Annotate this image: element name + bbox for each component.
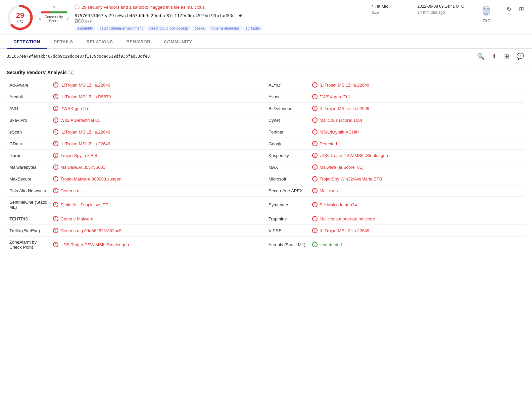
tag-item[interactable]: spreader [243, 25, 263, 31]
detection-cell-right: ! Malicious.moderate.ml.score [309, 213, 525, 225]
tab-relations[interactable]: RELATIONS [80, 36, 120, 49]
vendor-name-left: Ad-Aware [7, 79, 50, 91]
detection-name-left: UDS:Trojan-PSW.MSIL.Stealer.gen [60, 242, 129, 247]
svg-point-5 [486, 10, 487, 11]
detect-icon-left: ! [53, 164, 58, 170]
detect-icon-left: ! [53, 188, 58, 193]
share-button[interactable]: ⊞ [518, 4, 525, 14]
detection-name-left: PWSX-gen [Trj] [60, 106, 91, 111]
vendor-name-left: AVG [7, 103, 50, 114]
secondary-actions: 🔍 ⬆ ⊞ 💬 [476, 51, 525, 61]
secondary-hash: 351067ea79fe0acb467ddb9c29ddce87f1179c0d… [7, 54, 150, 59]
detection-cell-left: ! IL:Trojan.MSILZilla.22649 [50, 126, 266, 138]
detection-name-right: Malicious (score: 100) [320, 118, 362, 123]
community-bar-positive [50, 11, 67, 13]
detection-cell-right: ! Scr.Malcode!gdn34 [309, 197, 525, 213]
detect-icon-right: ! [312, 117, 318, 123]
detection-cell-right: ! Malicious (score: 100) [309, 114, 525, 126]
detection-cell-left: ! Generic.ml [50, 185, 266, 197]
detection-name-right: MSIL/Kryptik.AGIJltr [320, 130, 359, 135]
tag-item[interactable]: peexe [192, 25, 207, 31]
upload-button[interactable]: ⬆ [490, 51, 498, 61]
vendor-name-left: Bkav Pro [7, 114, 50, 126]
community-dislike-icon[interactable]: ✕ [38, 16, 42, 21]
alert-banner: ⓘ 29 security vendors and 1 sandbox flag… [75, 4, 360, 10]
detection-name-right: IL:Trojan.MSILZilla.22649 [320, 83, 369, 88]
vendor-name-left: SentinelOne (Static ML) [7, 197, 50, 213]
tag-item[interactable]: direct-cpu-clock-access [147, 25, 191, 31]
community-label: Community Score [44, 15, 63, 23]
detect-icon-right: ! [312, 129, 318, 135]
file-ext-label: EXE [483, 19, 490, 23]
search-button[interactable]: 🔍 [476, 51, 486, 61]
tab-behavior[interactable]: BEHAVIOR [119, 36, 157, 49]
detection-name-right: Scr.Malcode!gdn34 [320, 202, 357, 207]
file-icon-area: EXE [476, 4, 496, 23]
detection-name-left: IL:Trojan.MSILZilla.D5879 [60, 94, 111, 99]
detection-cell-left: ! Malware.AI.355756001 [50, 161, 266, 173]
svg-rect-7 [483, 12, 490, 14]
comment-button[interactable]: 💬 [515, 51, 525, 61]
detect-icon-left: ! [53, 153, 58, 158]
tag-item[interactable]: assembly [75, 25, 95, 31]
vendor-name-left: Palo Alto Networks [7, 185, 50, 197]
vendor-name-right: ALYac [266, 79, 309, 91]
detection-name-right: Detected [320, 141, 337, 146]
tag-item[interactable]: detect-debug-environment [97, 25, 145, 31]
section-info-icon[interactable]: i [69, 70, 74, 75]
grid-button[interactable]: ⊞ [503, 51, 511, 61]
tag-item[interactable]: runtime-modules [209, 25, 242, 31]
community-like-icon[interactable]: ✓ [66, 16, 70, 22]
vendor-name-right: Trapmine [266, 213, 309, 225]
community-score-area: ? ✕ Community Score ✓ [39, 4, 69, 23]
tabs-bar: DETECTIONDETAILSRELATIONSBEHAVIORCOMMUNI… [0, 36, 532, 49]
detection-name-left: W32.AIDetectNet.01 [60, 118, 100, 123]
tab-details[interactable]: DETAILS [47, 36, 80, 49]
vendor-name-left: eScan [7, 126, 50, 138]
table-row: Bkav Pro ! W32.AIDetectNet.01 Cynet ! Ma… [7, 114, 525, 126]
detection-cell-right: ! IL:Trojan.MSILZilla.22649 [309, 103, 525, 114]
refresh-button[interactable]: ↻ [505, 4, 513, 14]
detection-name-right: UDS:Trojan-PSW.MSIL.Stealer.gen [320, 153, 388, 158]
header-actions: ↻ ⊞ [502, 4, 525, 14]
detection-name-left: Malware.AI.355756001 [60, 165, 105, 170]
detect-icon-left: ! [53, 141, 58, 146]
section-title: Security Vendors' Analysis i [7, 70, 525, 75]
detection-cell-right: ! Malicious [309, 185, 525, 197]
detection-name-left: IL:Trojan.MSILZilla.22649 [60, 83, 110, 88]
vendor-name-left: Arcabit [7, 91, 50, 103]
detection-cell-left: ! IL:Trojan.MSILZilla.22649 [50, 79, 266, 91]
vendor-name-right: MAX [266, 161, 309, 173]
detect-icon-right: ! [312, 228, 318, 233]
vendors-table: Ad-Aware ! IL:Trojan.MSILZilla.22649 ALY… [7, 79, 525, 253]
detection-name-left: Trojan.Malware.300983.susgen [60, 176, 122, 182]
tab-detection[interactable]: DETECTION [7, 36, 47, 49]
detection-cell-left: ! Generic.mg.69d86282fe302bc5 [50, 225, 266, 237]
alert-circle-icon: ⓘ [75, 4, 80, 10]
detection-name-left: Trojan-Spy.LokiBot [60, 153, 97, 158]
detection-name-left: Generic.mg.69d86282fe302bc5 [60, 228, 122, 233]
detect-icon-right: ! [312, 94, 318, 99]
detection-name-right: Malicious.moderate.ml.score [320, 216, 375, 221]
detect-icon-right: ✓ [312, 242, 318, 247]
detect-icon-left: ! [53, 242, 58, 247]
vendor-name-right: Cynet [266, 114, 309, 126]
detection-name-left: Generic.ml [60, 188, 82, 193]
table-row: Ad-Aware ! IL:Trojan.MSILZilla.22649 ALY… [7, 79, 525, 91]
table-row: AVG ! PWSX-gen [Trj] BitDefender ! IL:Tr… [7, 103, 525, 114]
tags-container: assemblydetect-debug-environmentdirect-c… [75, 25, 360, 31]
detect-icon-right: ! [312, 106, 318, 111]
detect-icon-left: ! [53, 106, 58, 111]
detection-cell-right: ! PWSX-gen [Trj] [309, 91, 525, 103]
file-size-label: Size [372, 10, 379, 14]
file-meta: 1.08 MB Size [365, 4, 405, 14]
section-title-text: Security Vendors' Analysis [7, 70, 67, 75]
file-hash[interactable]: 87576351067ea79fe0acb467ddb9c29ddce87f11… [75, 13, 360, 18]
tab-community[interactable]: COMMUNITY [157, 36, 199, 49]
detection-cell-right: ! TrojanSpy:Win32/AveMaria.STB [309, 173, 525, 185]
vendor-name-left: TEHTRIS [7, 213, 50, 225]
file-date-area: 2022-09-08 09:14:41 UTC 24 minutes ago [411, 4, 471, 15]
detect-icon-left: ! [53, 202, 58, 207]
alert-text: 29 security vendors and 1 sandbox flagge… [82, 5, 205, 10]
detection-cell-left: ! IL:Trojan.MSILZilla.22649 [50, 138, 266, 150]
